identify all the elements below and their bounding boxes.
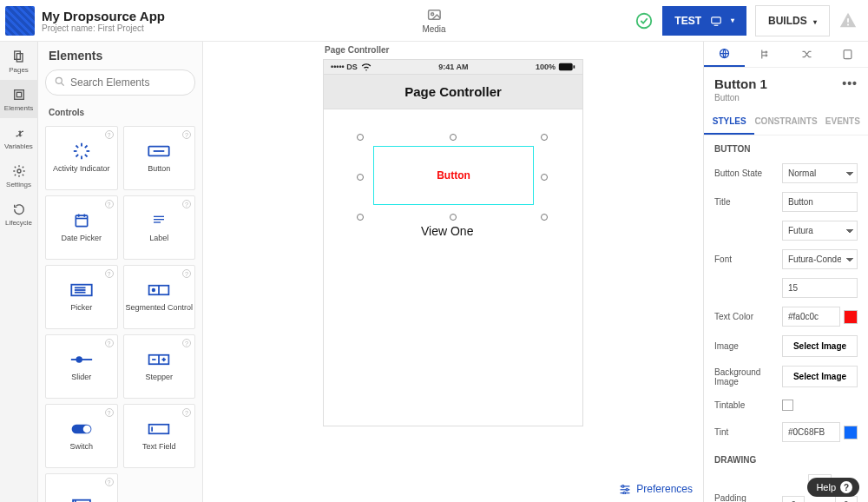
search-input[interactable] bbox=[45, 69, 195, 96]
rail-settings[interactable]: Settings bbox=[0, 156, 38, 195]
swatch-tint[interactable] bbox=[844, 426, 858, 439]
help-icon[interactable]: ? bbox=[105, 339, 114, 347]
builds-button[interactable]: BUILDS ▾ bbox=[755, 5, 830, 36]
select-font-family[interactable]: Futura bbox=[782, 221, 858, 241]
el-slider[interactable]: ?Slider bbox=[45, 334, 118, 399]
input-tint[interactable] bbox=[782, 422, 840, 442]
media-tab[interactable]: Media bbox=[422, 7, 445, 34]
help-icon[interactable]: ? bbox=[105, 478, 114, 486]
button-element[interactable]: Button bbox=[374, 147, 533, 204]
builds-label: BUILDS bbox=[768, 15, 807, 27]
svg-line-19 bbox=[85, 146, 88, 149]
carrier-label: ••••• DS bbox=[331, 63, 358, 71]
swatch-text-color[interactable] bbox=[844, 310, 858, 324]
rail-lifecycle[interactable]: Lifecycle bbox=[0, 195, 38, 233]
resize-handle[interactable] bbox=[450, 134, 457, 141]
input-font-size[interactable] bbox=[782, 278, 858, 298]
rail-variables[interactable]: 𝑥 Variables bbox=[0, 118, 38, 156]
status-bar: ••••• DS 9:41 AM 100% bbox=[323, 59, 583, 75]
selected-element[interactable]: Button bbox=[373, 146, 534, 205]
segmented-icon bbox=[147, 281, 171, 299]
el-picker[interactable]: ?Picker bbox=[45, 265, 118, 329]
resize-handle[interactable] bbox=[541, 214, 548, 221]
help-icon[interactable]: ? bbox=[182, 269, 191, 278]
view-one-label: View One bbox=[421, 224, 473, 238]
tab-globe[interactable] bbox=[704, 42, 745, 67]
el-date-picker[interactable]: ?Date Picker bbox=[45, 195, 118, 260]
nav-title: Page Controller bbox=[323, 75, 583, 109]
row-image: Image Select Image bbox=[704, 331, 868, 361]
resize-handle[interactable] bbox=[357, 214, 364, 221]
svg-rect-49 bbox=[559, 63, 573, 70]
button-icon bbox=[147, 142, 171, 160]
resize-handle[interactable] bbox=[541, 134, 548, 141]
el-segmented[interactable]: ?Segmented Control bbox=[123, 265, 196, 329]
tab-constraints[interactable]: CONSTRAINTS bbox=[754, 109, 817, 135]
help-icon[interactable]: ? bbox=[105, 200, 114, 208]
el-activity-indicator[interactable]: ?Activity Indicator bbox=[45, 126, 118, 190]
label-image: Image bbox=[714, 341, 782, 351]
test-button[interactable]: TEST ▾ bbox=[662, 6, 746, 36]
svg-rect-22 bbox=[76, 215, 87, 226]
props-scroll[interactable]: BUTTON Button State Normal Title Futura … bbox=[704, 135, 868, 502]
help-icon[interactable]: ? bbox=[182, 130, 191, 139]
component-name: Button 1 bbox=[714, 76, 767, 91]
rail-label: Elements bbox=[4, 104, 33, 112]
checkbox-tintable[interactable] bbox=[782, 400, 793, 411]
svg-point-44 bbox=[83, 426, 91, 433]
tab-tree[interactable] bbox=[745, 42, 786, 67]
svg-rect-50 bbox=[573, 65, 575, 68]
rail-elements[interactable]: Elements bbox=[0, 80, 38, 118]
topbar-actions: TEST ▾ BUILDS ▾ bbox=[635, 0, 868, 41]
tab-device[interactable] bbox=[827, 42, 868, 67]
resize-handle[interactable] bbox=[541, 174, 548, 181]
page-strip: Page Controller bbox=[203, 42, 703, 59]
card-label: Switch bbox=[69, 443, 93, 452]
select-font-face[interactable]: Futura-CondensedMed bbox=[782, 249, 858, 269]
el-extra[interactable]: ? bbox=[45, 473, 118, 502]
resize-handle[interactable] bbox=[357, 134, 364, 141]
svg-point-1 bbox=[431, 13, 433, 16]
resize-handle[interactable] bbox=[450, 214, 457, 221]
tab-events[interactable]: EVENTS bbox=[818, 109, 868, 135]
elements-title: Elements bbox=[38, 42, 202, 69]
help-icon[interactable]: ? bbox=[182, 408, 191, 417]
preferences-link[interactable]: Preferences bbox=[619, 483, 693, 495]
tab-styles[interactable]: STYLES bbox=[704, 109, 754, 135]
props-mode-tabs bbox=[704, 42, 868, 68]
label-bg-image: Background Image bbox=[714, 367, 782, 386]
battery-label: 100% bbox=[536, 63, 556, 71]
rail-label: Variables bbox=[4, 142, 33, 150]
page-body[interactable]: Button View One bbox=[323, 109, 583, 426]
help-icon[interactable]: ? bbox=[105, 130, 114, 139]
pad-right[interactable] bbox=[835, 496, 858, 502]
help-icon[interactable]: ? bbox=[182, 200, 191, 208]
row-bg-image: Background Image Select Image bbox=[704, 361, 868, 392]
help-icon[interactable]: ? bbox=[105, 408, 114, 417]
help-icon[interactable]: ? bbox=[182, 339, 191, 347]
topbar: My Dropsource App Project name: First Pr… bbox=[0, 0, 868, 42]
select-image-button[interactable]: Select Image bbox=[782, 335, 858, 357]
rail-pages[interactable]: Pages bbox=[0, 42, 38, 80]
wifi-icon bbox=[361, 63, 372, 71]
el-button[interactable]: ?Button bbox=[123, 126, 196, 190]
warning-icon[interactable] bbox=[838, 10, 859, 31]
resize-handle[interactable] bbox=[357, 174, 364, 181]
el-switch[interactable]: ?Switch bbox=[45, 404, 118, 468]
select-button-state[interactable]: Normal bbox=[782, 163, 858, 183]
el-stepper[interactable]: ?Stepper bbox=[123, 334, 196, 399]
select-bg-image-button[interactable]: Select Image bbox=[782, 366, 858, 387]
more-menu[interactable]: ••• bbox=[842, 76, 858, 90]
canvas-area[interactable]: Page Controller ••••• DS 9:41 AM 100% Pa… bbox=[203, 0, 703, 502]
help-button[interactable]: Help ? bbox=[807, 478, 859, 497]
label-text-color: Text Color bbox=[714, 312, 782, 321]
el-textfield[interactable]: ?Text Field bbox=[123, 404, 196, 468]
help-icon[interactable]: ? bbox=[105, 269, 114, 278]
pad-left[interactable] bbox=[782, 496, 805, 502]
elements-panel: Elements Controls ?Activity Indicator ?B… bbox=[38, 0, 203, 502]
input-text-color[interactable] bbox=[782, 307, 840, 327]
input-title[interactable] bbox=[782, 192, 858, 212]
svg-point-37 bbox=[76, 357, 82, 362]
el-label[interactable]: ?Label bbox=[123, 195, 196, 260]
tab-shuffle[interactable] bbox=[786, 42, 827, 67]
